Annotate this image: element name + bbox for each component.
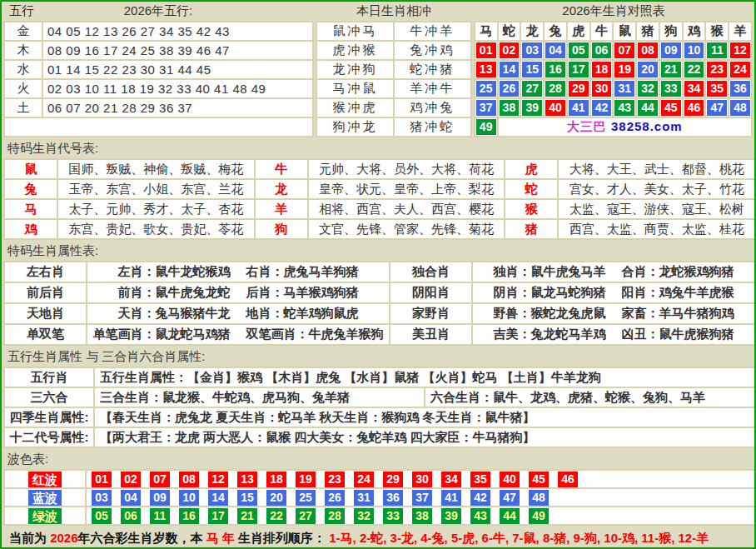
wx-text: 五行生肖属性：【金肖】猴鸡 【木肖】虎兔 【水肖】鼠猪 【火肖】蛇马 【土肖】牛…	[95, 368, 754, 387]
zodiac-header: 狗	[660, 22, 682, 40]
zodiac-number-cell: 20	[637, 61, 659, 78]
number-tile: 20	[638, 62, 658, 77]
clash-cell: 牛冲羊	[395, 22, 470, 40]
number-tile: 10	[684, 42, 704, 58]
wave-number-tile: 08	[179, 472, 199, 487]
wx-label: 三六合	[5, 388, 93, 407]
code-zodiac: 兔	[5, 180, 57, 198]
number-tile: 28	[545, 81, 565, 97]
zodiac-number-cell: 31	[614, 80, 635, 97]
zodiac-header: 龙	[521, 22, 543, 40]
number-tile: 35	[707, 81, 727, 97]
zodiac-number-cell: 44	[637, 99, 659, 117]
number-tile: 22	[684, 62, 704, 77]
wuxing-attrs-section-title: 五行生肖属性 与 三合肖六合肖属性:	[2, 346, 754, 367]
number-tile: 19	[614, 62, 634, 77]
code-zodiac: 鸡	[5, 220, 57, 238]
clash-cell: 马冲鼠	[317, 80, 393, 97]
zodiac-header: 鸡	[684, 22, 705, 40]
page: 五行 2026年五行: 本日生肖相冲 2026年生肖对照表 金04 05 12 …	[2, 2, 754, 549]
wave-number-tile: 01	[92, 472, 112, 487]
wave-number-tile: 03	[92, 490, 112, 506]
zodiac-header: 蛇	[499, 22, 520, 40]
wuxing-numbers: 04 05 12 13 26 27 34 35 42 43	[43, 22, 312, 40]
zodiac-number-cell: 33	[660, 80, 682, 97]
wave-number-tile: 14	[208, 490, 228, 506]
wx-label: 十二代号属性:	[5, 428, 93, 447]
wave-number-tile: 31	[354, 490, 374, 506]
wave-label: 红波	[28, 472, 62, 487]
zodiac-number-cell: 47	[706, 99, 728, 117]
brand-site-link[interactable]: 38258.com	[611, 119, 683, 133]
zodiac-number-cell: 09	[660, 42, 682, 59]
codes-section-title: 特码生肖代号表:	[2, 137, 754, 158]
zodiac-number-cell: 35	[706, 80, 728, 97]
zodiac-number-cell: 34	[684, 80, 705, 97]
zodiac-number-cell: 39	[521, 99, 543, 117]
number-tile: 21	[661, 62, 681, 77]
zodiac-number-cell: 12	[729, 42, 751, 59]
wave-number-tile: 21	[237, 508, 257, 524]
zodiac-number-cell: 49	[475, 118, 497, 136]
number-tile: 26	[500, 81, 520, 97]
zodiac-number-cell: 06	[591, 42, 613, 59]
zodiac-header: 马	[475, 22, 497, 40]
code-zodiac: 牛	[256, 160, 307, 178]
zodiac-number-cell: 42	[591, 99, 613, 117]
zodiac-number-cell: 24	[729, 61, 751, 78]
top-tables-row: 金04 05 12 13 26 27 34 35 42 43木08 09 16 …	[2, 21, 754, 137]
wave-number-tile: 25	[296, 490, 316, 506]
number-tile: 17	[569, 62, 589, 77]
wave-number-tile: 32	[354, 508, 374, 524]
clash-table: 鼠冲马牛冲羊虎冲猴兔冲鸡龙冲狗蛇冲猪马冲鼠羊冲牛猴冲虎鸡冲兔狗冲龙猪冲蛇	[316, 21, 472, 137]
number-tile: 42	[592, 100, 612, 116]
attr-label: 前后肖	[5, 283, 86, 302]
zodiac-chart-title: 2026年生肖对照表	[473, 3, 754, 19]
wuxing-element: 火	[5, 80, 42, 97]
wx-label: 四季生肖属性:	[5, 408, 93, 427]
wave-label: 绿波	[28, 508, 62, 524]
zodiac-number-cell: 16	[545, 61, 566, 78]
number-tile: 18	[592, 62, 612, 77]
zodiac-header: 鼠	[614, 22, 635, 40]
brand-name: 大三巴	[567, 119, 611, 133]
zodiac-number-cell: 23	[706, 61, 728, 78]
zodiac-chart-table: 马蛇龙兔虎牛鼠猪狗鸡猴羊0102030405060708091011121314…	[474, 21, 753, 137]
zodiac-number-cell: 40	[545, 99, 566, 117]
zodiac-number-cell: 11	[706, 42, 728, 59]
zodiac-header: 猴	[706, 22, 728, 40]
wave-number-tile: 05	[92, 508, 112, 524]
code-zodiac: 猪	[505, 220, 557, 238]
wave-number-tile: 33	[383, 508, 403, 524]
zodiac-number-cell: 05	[568, 42, 589, 59]
wave-number-tile: 37	[412, 490, 432, 506]
zodiac-number-cell: 36	[729, 80, 751, 97]
wave-number-tile: 40	[500, 472, 520, 487]
wave-number-tile: 36	[383, 490, 403, 506]
number-tile: 25	[476, 81, 496, 97]
zodiac-number-cell: 13	[475, 61, 497, 78]
zodiac-header: 羊	[729, 22, 751, 40]
number-tile: 15	[522, 62, 542, 77]
zodiac-number-cell: 25	[475, 80, 497, 97]
number-tile: 14	[500, 62, 520, 77]
wave-number-tile: 27	[296, 508, 316, 524]
zodiac-number-cell: 26	[499, 80, 520, 97]
zodiac-number-cell: 15	[521, 61, 543, 78]
footer-part: 2026	[50, 531, 77, 545]
zodiac-number-cell: 43	[614, 99, 635, 117]
wuxing-header: 五行 2026年五行:	[2, 3, 315, 19]
number-tile: 38	[500, 100, 520, 116]
zodiac-number-cell: 37	[475, 99, 497, 117]
wave-number-tile: 45	[529, 472, 549, 487]
attr-text: 左肖：鼠牛龙蛇猴鸡 右肖：虎兔马羊狗猪	[87, 262, 389, 282]
footer-part: 1-马, 2-蛇, 3-龙, 4-兔, 5-虎, 6-牛, 7-鼠, 8-猪, …	[329, 531, 709, 545]
number-tile: 13	[476, 62, 496, 77]
wx-text: 六合生肖：鼠牛、龙鸡、虎猪、蛇猴、兔狗、马羊	[425, 388, 754, 407]
zodiac-header: 猪	[637, 22, 659, 40]
zodiac-number-cell: 21	[660, 61, 682, 78]
code-zodiac: 虎	[505, 160, 557, 178]
number-tile: 11	[707, 42, 727, 58]
attr-label: 独合肖	[390, 262, 471, 282]
zodiac-number-cell: 10	[684, 42, 705, 59]
